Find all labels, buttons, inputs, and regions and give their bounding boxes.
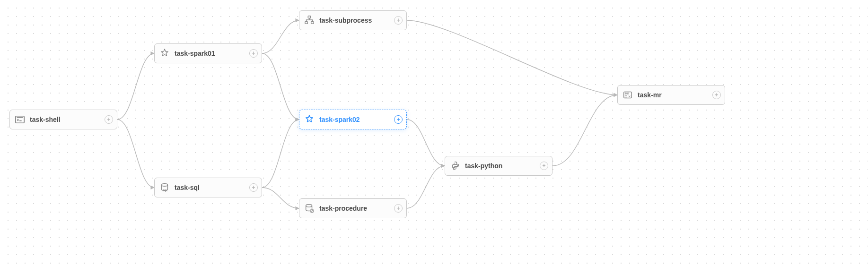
node-label: task-shell [30, 116, 105, 123]
add-downstream-button[interactable]: + [540, 162, 548, 170]
spark-icon [159, 48, 170, 59]
node-task-shell[interactable]: task-shell + [9, 110, 117, 129]
edge-spark01-to-subprocess [262, 20, 299, 53]
add-downstream-button[interactable]: + [712, 91, 721, 99]
svg-point-9 [456, 168, 456, 169]
node-label: task-subprocess [319, 17, 394, 24]
sql-icon: SQL [159, 182, 170, 193]
add-downstream-button[interactable]: + [394, 115, 403, 124]
node-label: task-procedure [319, 205, 394, 212]
node-label: task-spark01 [175, 50, 249, 57]
node-task-subprocess[interactable]: task-subprocess + [299, 10, 407, 30]
edge-sql-to-spark02 [262, 120, 299, 188]
edge-spark02-to-python [407, 120, 445, 166]
python-icon [450, 161, 460, 171]
node-task-sql[interactable]: SQL task-sql + [154, 178, 262, 197]
node-task-spark01[interactable]: task-spark01 + [154, 43, 262, 63]
node-task-procedure[interactable]: task-procedure + [299, 198, 407, 218]
node-task-spark02[interactable]: task-spark02 + [299, 110, 407, 129]
node-label: task-sql [175, 184, 249, 191]
add-downstream-button[interactable]: + [394, 16, 403, 25]
svg-rect-3 [308, 16, 311, 18]
edge-sql-to-procedure [262, 188, 299, 208]
spark-icon [304, 114, 315, 125]
add-downstream-button[interactable]: + [249, 183, 258, 192]
edge-shell-to-spark01 [117, 53, 154, 120]
node-label: task-spark02 [319, 116, 394, 123]
mapreduce-icon: MR [623, 90, 633, 100]
svg-point-8 [454, 163, 455, 164]
svg-point-6 [306, 205, 312, 207]
edge-shell-to-sql [117, 120, 154, 188]
node-label: task-python [465, 162, 540, 170]
terminal-icon [15, 114, 25, 125]
procedure-icon [304, 203, 315, 214]
svg-rect-4 [305, 22, 308, 24]
svg-text:SQL: SQL [162, 189, 168, 192]
svg-text:MR: MR [625, 92, 630, 95]
add-downstream-button[interactable]: + [249, 49, 258, 58]
edge-layer [0, 0, 868, 265]
node-task-mr[interactable]: MR task-mr + [617, 85, 725, 105]
edge-spark01-to-spark02 [262, 53, 299, 120]
add-downstream-button[interactable]: + [105, 115, 113, 124]
svg-rect-5 [311, 22, 314, 24]
edge-python-to-mr [552, 95, 617, 166]
edge-subprocess-to-mr [407, 20, 617, 95]
add-downstream-button[interactable]: + [394, 204, 403, 213]
svg-point-1 [162, 184, 168, 187]
edge-procedure-to-python [407, 166, 445, 208]
subprocess-icon [304, 15, 315, 26]
node-task-python[interactable]: task-python + [445, 156, 552, 176]
node-label: task-mr [638, 91, 712, 99]
workflow-canvas[interactable]: task-shell + task-spark01 + SQL task-sql… [0, 0, 868, 265]
